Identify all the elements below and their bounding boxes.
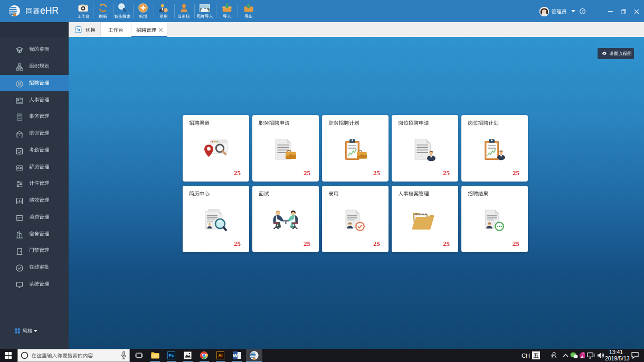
svg-text:?: ? xyxy=(582,9,584,14)
svg-text:W: W xyxy=(233,353,238,358)
